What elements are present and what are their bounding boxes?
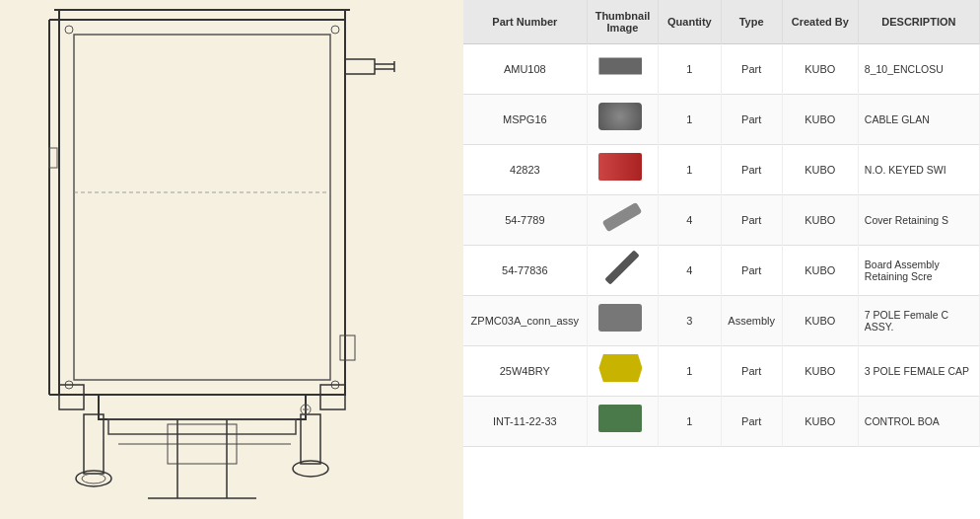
cell-description: 7 POLE Female C ASSY. xyxy=(858,296,979,346)
cell-thumbnail xyxy=(587,95,659,145)
cell-quantity: 1 xyxy=(659,145,721,195)
cell-type: Part xyxy=(721,346,782,397)
table-header-row: Part Number Thumbnail Image Quantity Typ… xyxy=(463,0,980,44)
svg-rect-0 xyxy=(0,0,463,519)
col-header-part-number: Part Number xyxy=(463,0,587,44)
cell-created-by: KUBO xyxy=(782,44,858,95)
cell-created-by: KUBO xyxy=(782,195,858,246)
cell-description: N.O. KEYED SWI xyxy=(858,145,979,195)
cell-part-number: 54-77836 xyxy=(463,246,587,296)
cell-quantity: 1 xyxy=(659,397,721,447)
cell-description: 3 POLE FEMALE CAP xyxy=(858,346,979,397)
cell-quantity: 3 xyxy=(659,296,721,346)
cell-quantity: 4 xyxy=(659,246,721,296)
cell-quantity: 1 xyxy=(659,346,721,397)
cell-description: Board Assembly Retaining Scre xyxy=(858,246,979,296)
cell-type: Part xyxy=(721,145,782,195)
col-header-quantity: Quantity xyxy=(659,0,721,44)
cell-thumbnail xyxy=(587,246,659,296)
cell-created-by: KUBO xyxy=(782,246,858,296)
cell-thumbnail xyxy=(587,44,659,95)
col-header-created-by: Created By xyxy=(782,0,858,44)
cell-quantity: 1 xyxy=(659,95,721,145)
cell-created-by: KUBO xyxy=(782,296,858,346)
cell-part-number: 54-7789 xyxy=(463,195,587,246)
thumbnail-icon xyxy=(598,304,646,335)
table-row: 428231PartKUBON.O. KEYED SWI xyxy=(463,145,980,195)
cell-quantity: 4 xyxy=(659,195,721,246)
cell-thumbnail xyxy=(587,145,659,195)
cell-part-number: 42823 xyxy=(463,145,587,195)
cell-part-number: MSPG16 xyxy=(463,95,587,145)
thumbnail-icon xyxy=(598,203,646,235)
thumbnail-icon xyxy=(598,103,646,134)
cell-type: Part xyxy=(721,95,782,145)
table-row: INT-11-22-331PartKUBOCONTROL BOA xyxy=(463,397,980,447)
col-header-thumbnail: Thumbnail Image xyxy=(587,0,659,44)
cell-created-by: KUBO xyxy=(782,346,858,397)
cell-type: Part xyxy=(721,397,782,447)
cell-part-number: INT-11-22-33 xyxy=(463,397,587,447)
thumbnail-icon xyxy=(598,405,646,436)
cell-part-number: ZPMC03A_conn_assy xyxy=(463,296,587,346)
col-header-type: Type xyxy=(721,0,782,44)
cad-drawing-panel xyxy=(0,0,463,519)
thumbnail-icon xyxy=(598,254,646,285)
cell-description: CABLE GLAN xyxy=(858,95,979,145)
cell-part-number: 25W4BRY xyxy=(463,346,587,397)
cell-created-by: KUBO xyxy=(782,145,858,195)
cell-part-number: AMU108 xyxy=(463,44,587,95)
table-row: 25W4BRY1PartKUBO3 POLE FEMALE CAP xyxy=(463,346,980,397)
cell-created-by: KUBO xyxy=(782,397,858,447)
cell-type: Part xyxy=(721,44,782,95)
parts-table: Part Number Thumbnail Image Quantity Typ… xyxy=(463,0,980,447)
table-row: MSPG161PartKUBOCABLE GLAN xyxy=(463,95,980,145)
table-row: ZPMC03A_conn_assy3AssemblyKUBO7 POLE Fem… xyxy=(463,296,980,346)
parts-table-panel: Part Number Thumbnail Image Quantity Typ… xyxy=(463,0,980,519)
cell-type: Assembly xyxy=(721,296,782,346)
cell-description: Cover Retaining S xyxy=(858,195,979,246)
table-row: 54-778364PartKUBOBoard Assembly Retainin… xyxy=(463,246,980,296)
cell-description: CONTROL BOA xyxy=(858,397,979,447)
cell-description: 8_10_ENCLOSU xyxy=(858,44,979,95)
thumbnail-icon xyxy=(598,153,646,185)
cell-type: Part xyxy=(721,246,782,296)
cell-type: Part xyxy=(721,195,782,246)
cell-thumbnail xyxy=(587,195,659,246)
thumbnail-icon xyxy=(598,354,646,386)
cell-quantity: 1 xyxy=(659,44,721,95)
cell-created-by: KUBO xyxy=(782,95,858,145)
cell-thumbnail xyxy=(587,346,659,397)
table-row: 54-77894PartKUBOCover Retaining S xyxy=(463,195,980,246)
col-header-description: DESCRIPTION xyxy=(858,0,979,44)
cell-thumbnail xyxy=(587,296,659,346)
table-row: AMU1081PartKUBO8_10_ENCLOSU xyxy=(463,44,980,95)
cell-thumbnail xyxy=(587,397,659,447)
thumbnail-icon xyxy=(598,52,646,84)
